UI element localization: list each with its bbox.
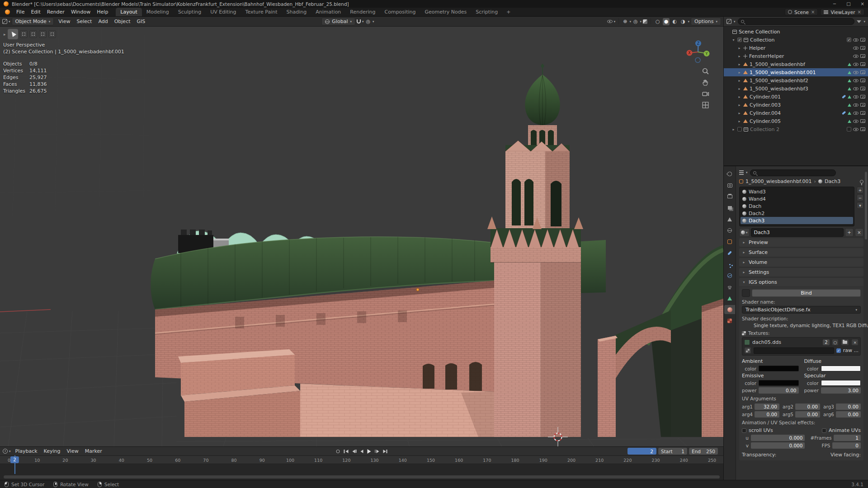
material-name-field[interactable]: Dach3: [751, 228, 844, 237]
tool-expand-icon[interactable]: ▸: [4, 32, 6, 37]
viewlayer-selector[interactable]: ViewLayer ×: [821, 9, 864, 15]
properties-search-input[interactable]: [750, 169, 836, 176]
timeline-menu-view[interactable]: View: [64, 448, 82, 454]
material-specials-button[interactable]: ▾: [857, 202, 863, 209]
outliner-item-1-5000-wiesbadenhbf3[interactable]: ▸1_5000_wiesbadenhbf3: [724, 84, 868, 93]
workspace-tab-shading[interactable]: Shading: [282, 8, 311, 16]
disable-in-renders-camera-icon[interactable]: [860, 54, 865, 58]
browse-material-button[interactable]: ▾: [739, 228, 750, 237]
shading-material-icon[interactable]: ◐: [671, 18, 678, 25]
current-frame-chip[interactable]: 2: [10, 456, 19, 463]
workspace-tab-animation[interactable]: Animation: [311, 8, 345, 16]
emissive-color-swatch[interactable]: [759, 380, 799, 386]
disclosure-icon[interactable]: ▸: [737, 70, 741, 75]
panel-igs-options[interactable]: ▾ IGS options: [739, 278, 863, 286]
tab-tool[interactable]: [724, 169, 735, 178]
disable-in-renders-camera-icon[interactable]: [860, 87, 865, 90]
menu-window[interactable]: Window: [68, 8, 94, 16]
maximize-button[interactable]: □: [846, 1, 850, 6]
scene-unlink-icon[interactable]: ×: [811, 9, 815, 14]
texture-settings-icon[interactable]: [744, 347, 751, 354]
disable-in-renders-camera-icon[interactable]: [860, 62, 865, 66]
pin-icon[interactable]: [860, 180, 863, 183]
hide-in-viewport-eye-icon[interactable]: [853, 79, 859, 82]
menu-help[interactable]: Help: [94, 8, 111, 16]
options-dropdown[interactable]: Options▾: [691, 18, 721, 25]
move-view-hand-icon[interactable]: [702, 79, 709, 86]
scene-selector[interactable]: Scene ×: [785, 9, 818, 15]
shading-wireframe-icon[interactable]: ○: [654, 18, 661, 25]
timeline-tracks[interactable]: [0, 464, 723, 480]
menu-render[interactable]: Render: [44, 8, 68, 16]
outliner-item-1-5000-wiesbadenhbf2[interactable]: ▸1_5000_wiesbadenhbf2: [724, 76, 868, 84]
outliner-root-scene-collection[interactable]: Scene Collection: [724, 28, 868, 36]
workspace-tab-texture-paint[interactable]: Texture Paint: [241, 8, 282, 16]
tab-scene[interactable]: [724, 215, 735, 224]
shader-name-dropdown[interactable]: TrainBasicObjectDiffuse.fx▾: [742, 306, 861, 314]
panel-surface[interactable]: ▸Surface: [739, 248, 863, 257]
workspace-tab-layout[interactable]: Layout: [116, 8, 142, 16]
viewport-menu-view[interactable]: View: [55, 19, 73, 24]
tab-render[interactable]: [724, 181, 735, 190]
tab-object[interactable]: [724, 237, 735, 246]
xray-toggle-icon[interactable]: [643, 19, 647, 24]
select-mode-new-icon[interactable]: [20, 30, 28, 38]
tab-physics[interactable]: [724, 271, 735, 280]
viewport-menu-add[interactable]: Add: [95, 19, 111, 24]
disable-in-renders-camera-icon[interactable]: [860, 111, 865, 115]
disclosure-icon[interactable]: ▸: [737, 95, 741, 99]
jump-to-end-button[interactable]: [383, 450, 387, 453]
material-slot-list[interactable]: Wand3Wand4DachDach2Dach3: [739, 187, 854, 226]
timeline-menu-marker[interactable]: Marker: [82, 448, 105, 454]
outliner-item-helper[interactable]: ▸Helper: [724, 44, 868, 52]
disclosure-icon[interactable]: ▸: [731, 127, 736, 131]
material-slot-wand3[interactable]: Wand3: [741, 188, 853, 195]
disclosure-icon[interactable]: ▸: [737, 119, 741, 123]
tab-object-data[interactable]: [724, 294, 735, 303]
breadcrumb-material[interactable]: Dach3: [825, 178, 840, 184]
play-button[interactable]: [367, 449, 371, 454]
object-visibility-icon[interactable]: [607, 20, 613, 23]
anim-frames-field[interactable]: 1: [834, 435, 861, 441]
filter-chevron[interactable]: ▾: [863, 20, 865, 23]
texture-users-count[interactable]: 2: [823, 339, 829, 345]
anim-fps-field[interactable]: 0: [832, 442, 861, 449]
unlink-texture-icon[interactable]: ×: [851, 339, 859, 346]
close-button[interactable]: ×: [861, 1, 864, 6]
exclude-checkbox[interactable]: ✓: [847, 38, 851, 42]
specular-power-field[interactable]: 3.00: [821, 387, 861, 394]
minimize-button[interactable]: −: [833, 1, 836, 6]
workspace-tab-uv-editing[interactable]: UV Editing: [206, 8, 241, 16]
uv-arg5-field[interactable]: 0.00: [795, 411, 820, 418]
select-mode-subtract-icon[interactable]: [39, 30, 47, 38]
panel-settings[interactable]: ▸Settings: [739, 268, 863, 277]
proportional-dropdown-chevron[interactable]: ▾: [373, 20, 374, 23]
timeline-editor-clock-icon[interactable]: [3, 449, 8, 454]
next-keyframe-button[interactable]: [375, 450, 379, 453]
workspace-tab-geometry-nodes[interactable]: Geometry Nodes: [420, 8, 471, 16]
overlays-toggle-icon[interactable]: ◎: [632, 19, 639, 24]
disclosure-icon[interactable]: ▸: [737, 79, 741, 83]
camera-view-icon[interactable]: [702, 90, 709, 98]
outliner-item-fensterhelper[interactable]: ▸FensterHelper: [724, 52, 868, 60]
shading-dropdown-chevron[interactable]: ▾: [688, 20, 690, 23]
zoom-icon[interactable]: [702, 67, 709, 75]
ambient-color-swatch[interactable]: [759, 366, 799, 371]
orientation-dropdown[interactable]: Global▾: [321, 18, 355, 25]
workspace-tab-modeling[interactable]: Modeling: [142, 8, 174, 16]
hide-in-viewport-eye-icon[interactable]: [853, 63, 859, 66]
viewport-menu-gis[interactable]: GIS: [134, 19, 149, 24]
outliner-item-cylinder-001[interactable]: ▸Cylinder.001: [724, 93, 868, 101]
hide-in-viewport-eye-icon[interactable]: [853, 71, 859, 74]
previous-keyframe-button[interactable]: [352, 450, 356, 453]
disable-in-renders-camera-icon[interactable]: [860, 46, 865, 50]
auto-keying-record-icon[interactable]: [336, 450, 340, 453]
outliner-item-cylinder-003[interactable]: ▸Cylinder.003: [724, 101, 868, 109]
select-mode-extend-icon[interactable]: [29, 30, 37, 38]
timeline-editor-chevron[interactable]: ▾: [9, 450, 11, 453]
tab-view-layer[interactable]: [724, 203, 735, 212]
hide-in-viewport-eye-icon[interactable]: [853, 38, 859, 42]
disclosure-icon[interactable]: ▸: [737, 46, 741, 50]
viewport-3d[interactable]: ▾ Object Mode▾ ViewSelectAddObjectGIS Gl…: [0, 17, 723, 446]
hide-in-viewport-eye-icon[interactable]: [853, 103, 859, 107]
